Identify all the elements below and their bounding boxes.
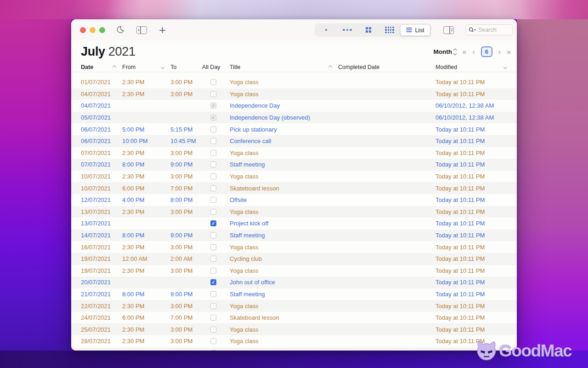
all-day-checkbox[interactable] bbox=[210, 115, 216, 121]
table-row[interactable]: 28/07/2021 2:30 PM 3:00 PM Yoga class To… bbox=[71, 335, 517, 347]
month-view-segment[interactable] bbox=[358, 24, 379, 36]
sort-chevron-icon bbox=[161, 65, 164, 69]
cell-all-day bbox=[202, 256, 230, 262]
all-day-checkbox[interactable] bbox=[210, 91, 216, 97]
cell-date: 06/07/2021 bbox=[81, 138, 122, 144]
column-header[interactable]: Modified bbox=[435, 62, 513, 72]
last-page-button[interactable]: » bbox=[507, 48, 511, 56]
table-row[interactable]: 20/07/2021 John out of office Today at 1… bbox=[71, 276, 517, 288]
minimize-button[interactable] bbox=[90, 27, 96, 33]
table-row[interactable]: 07/07/2021 8:00 PM 9:00 PM Staff meeting… bbox=[71, 159, 517, 171]
table-row[interactable]: 06/07/2021 5:00 PM 5:15 PM Pick up stati… bbox=[71, 123, 517, 135]
table-row[interactable]: 28/07/2021 8:00 PM 9:00 PM Staff meeting… bbox=[71, 347, 517, 351]
cell-to: 7:00 PM bbox=[170, 185, 202, 192]
day-view-segment[interactable] bbox=[316, 24, 337, 36]
cell-date: 10/07/2021 bbox=[81, 173, 122, 180]
title-bar: July2021 Month « ‹ 6 › » bbox=[81, 41, 511, 62]
sort-chevron-icon bbox=[113, 65, 116, 69]
cell-all-day bbox=[202, 268, 230, 274]
all-day-checkbox[interactable] bbox=[210, 209, 216, 215]
search-input[interactable] bbox=[478, 27, 508, 33]
all-day-checkbox[interactable] bbox=[210, 256, 216, 262]
all-day-checkbox[interactable] bbox=[210, 161, 216, 167]
table-row[interactable]: 13/07/2021 Project kick off Today at 10:… bbox=[71, 218, 517, 230]
table-row[interactable]: 22/07/2021 2:30 PM 3:00 PM Yoga class To… bbox=[71, 300, 517, 312]
table-row[interactable]: 07/07/2021 2:30 PM 3:00 PM Yoga class To… bbox=[71, 147, 517, 159]
all-day-checkbox[interactable] bbox=[210, 244, 216, 250]
page-number-badge[interactable]: 6 bbox=[481, 46, 492, 57]
previous-page-button[interactable]: ‹ bbox=[472, 48, 475, 56]
table-row[interactable]: 10/07/2021 2:30 PM 3:00 PM Yoga class To… bbox=[71, 171, 517, 183]
all-day-checkbox[interactable] bbox=[210, 268, 216, 274]
cell-from: 10:00 PM bbox=[122, 138, 170, 144]
dark-mode-moon-button[interactable] bbox=[114, 23, 125, 36]
table-row[interactable]: 13/07/2021 2:30 PM 3:00 PM Yoga class To… bbox=[71, 206, 517, 218]
column-header-label: Title bbox=[230, 64, 240, 70]
cell-title: John out of office bbox=[230, 279, 338, 286]
cell-from: 8:00 PM bbox=[122, 232, 170, 239]
table-row[interactable]: 19/07/2021 2:30 PM 3:00 PM Yoga class To… bbox=[71, 265, 517, 277]
all-day-checkbox[interactable] bbox=[210, 232, 216, 238]
all-day-checkbox[interactable] bbox=[210, 291, 216, 297]
all-day-checkbox[interactable] bbox=[210, 103, 216, 109]
table-row[interactable]: 14/07/2021 8:00 PM 9:00 PM Staff meeting… bbox=[71, 230, 517, 242]
all-day-checkbox[interactable] bbox=[210, 185, 216, 191]
table-row[interactable]: 10/07/2021 6:00 PM 7:00 PM Skateboard le… bbox=[71, 182, 517, 194]
multi-day-view-segment[interactable] bbox=[337, 24, 358, 36]
table-row[interactable]: 04/07/2021 Independence Day 06/10/2012, … bbox=[71, 100, 517, 112]
first-page-button[interactable]: « bbox=[463, 48, 467, 56]
all-day-checkbox[interactable] bbox=[210, 327, 216, 333]
table-row[interactable]: 05/07/2021 Independence Day (observed) 0… bbox=[71, 112, 517, 124]
next-page-button[interactable]: › bbox=[498, 48, 501, 56]
table-row[interactable]: 19/07/2021 12:00 AM 2:00 AM Cycling club… bbox=[71, 253, 517, 265]
table-row[interactable]: 04/07/2021 2:30 PM 3:00 PM Yoga class To… bbox=[71, 88, 517, 100]
cell-all-day bbox=[202, 209, 230, 215]
all-day-checkbox[interactable] bbox=[210, 279, 216, 285]
cell-to: 3:00 PM bbox=[170, 267, 202, 274]
range-selector[interactable]: Month bbox=[434, 48, 457, 55]
sidebar-toggle-button[interactable] bbox=[136, 26, 147, 34]
all-day-checkbox[interactable] bbox=[210, 79, 216, 85]
range-label: Month bbox=[434, 48, 452, 55]
all-day-checkbox[interactable] bbox=[210, 338, 216, 344]
new-event-button[interactable]: + bbox=[159, 25, 166, 35]
column-header[interactable]: Title bbox=[230, 62, 338, 72]
wallpaper-right bbox=[517, 19, 588, 351]
table-body: 01/07/2021 2:30 PM 3:00 PM Yoga class To… bbox=[71, 76, 517, 351]
list-view-segment[interactable]: List bbox=[400, 24, 430, 36]
all-day-checkbox[interactable] bbox=[210, 126, 216, 132]
cell-to: 3:00 PM bbox=[170, 326, 202, 333]
search-field[interactable] bbox=[465, 24, 513, 35]
close-button[interactable] bbox=[80, 27, 86, 33]
column-header[interactable]: Date bbox=[81, 62, 122, 72]
table-row[interactable]: 12/07/2021 4:00 PM 8:00 PM Offsite Today… bbox=[71, 194, 517, 206]
column-header[interactable]: All Day bbox=[202, 62, 230, 72]
all-day-checkbox[interactable] bbox=[210, 150, 216, 156]
all-day-checkbox[interactable] bbox=[210, 173, 216, 179]
all-day-checkbox[interactable] bbox=[210, 138, 216, 144]
cat-logo-icon bbox=[475, 340, 498, 362]
all-day-checkbox[interactable] bbox=[210, 220, 216, 226]
table-row[interactable]: 16/07/2021 2:30 PM 3:00 PM Yoga class To… bbox=[71, 241, 517, 253]
inspector-toggle-button[interactable] bbox=[443, 23, 454, 36]
table-row[interactable]: 06/07/2021 10:00 PM 10:45 PM Conference … bbox=[71, 135, 517, 147]
cell-all-day bbox=[202, 303, 230, 309]
column-header[interactable]: From bbox=[122, 62, 170, 72]
table-row[interactable]: 24/07/2021 6:00 PM 7:00 PM Skateboard le… bbox=[71, 312, 517, 324]
table-row[interactable]: 25/07/2021 2:30 PM 3:00 PM Yoga class To… bbox=[71, 323, 517, 335]
column-header[interactable]: To bbox=[170, 62, 202, 72]
cell-date: 05/07/2021 bbox=[81, 114, 122, 121]
cell-date: 14/07/2021 bbox=[81, 232, 122, 239]
column-header[interactable]: Completed Date bbox=[338, 62, 435, 72]
zoom-button[interactable] bbox=[99, 27, 105, 33]
all-day-checkbox[interactable] bbox=[210, 303, 216, 309]
cell-to: 9:00 PM bbox=[170, 232, 202, 239]
year-view-segment[interactable] bbox=[379, 24, 400, 36]
cell-title: Offsite bbox=[230, 196, 338, 203]
table-row[interactable]: 21/07/2021 8:00 PM 9:00 PM Staff meeting… bbox=[71, 288, 517, 300]
table-row[interactable]: 01/07/2021 2:30 PM 3:00 PM Yoga class To… bbox=[71, 76, 517, 88]
all-day-checkbox[interactable] bbox=[210, 197, 216, 203]
all-day-checkbox[interactable] bbox=[210, 350, 216, 351]
search-icon bbox=[469, 27, 476, 33]
all-day-checkbox[interactable] bbox=[210, 315, 216, 321]
